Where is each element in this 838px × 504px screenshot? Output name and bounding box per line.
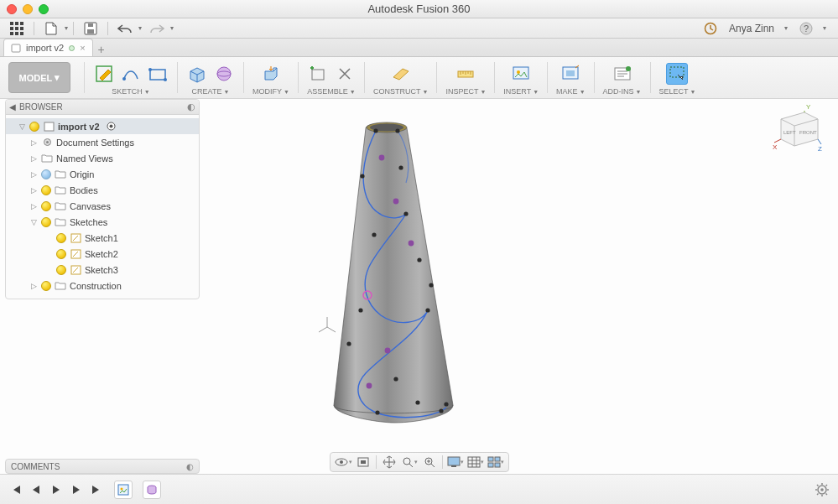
folder-icon (55, 217, 66, 227)
help-caret-icon[interactable]: ▾ (823, 24, 826, 32)
expander-icon[interactable]: ▷ (29, 138, 38, 147)
fit-button[interactable] (420, 454, 439, 470)
svg-line-81 (431, 464, 435, 467)
3d-print-icon[interactable] (560, 63, 581, 85)
redo-button[interactable] (145, 20, 169, 37)
svg-point-93 (820, 488, 824, 491)
redo-caret-icon[interactable]: ▾ (170, 24, 174, 32)
user-menu-caret-icon[interactable]: ▾ (784, 24, 788, 32)
visibility-bulb-icon[interactable] (56, 265, 66, 275)
collapse-browser-icon[interactable]: ◀ (9, 102, 16, 112)
visibility-bulb-icon[interactable] (56, 233, 66, 243)
tree-item-construction[interactable]: ▷ Construction (6, 278, 199, 294)
document-tab[interactable]: import v2 × (3, 39, 93, 56)
timeline-settings-button[interactable] (815, 482, 830, 497)
tree-item-named-views[interactable]: ▷ Named Views (6, 150, 199, 166)
look-at-button[interactable] (354, 454, 372, 470)
new-component-icon[interactable] (307, 63, 329, 85)
timeline-feature-sketch[interactable] (114, 481, 133, 499)
visibility-bulb-icon[interactable] (41, 169, 51, 179)
ribbon-label-sketch[interactable]: SKETCH▼ (112, 87, 149, 96)
workspace-switcher[interactable]: MODEL ▾ (8, 62, 70, 93)
user-name[interactable]: Anya Zinn (729, 23, 774, 34)
select-tool-icon[interactable] (666, 63, 688, 85)
close-tab-button[interactable]: × (80, 43, 85, 53)
timeline-start-button[interactable] (8, 482, 23, 497)
pan-button[interactable] (380, 454, 398, 470)
visibility-bulb-icon[interactable] (41, 217, 51, 227)
timeline-play-button[interactable] (49, 482, 64, 497)
expander-icon[interactable]: ▽ (18, 122, 26, 131)
expander-icon[interactable]: ▽ (29, 218, 38, 226)
insert-derive-icon[interactable] (510, 63, 532, 85)
grid-settings-button[interactable]: ▾ (466, 454, 485, 470)
help-button[interactable]: ? (799, 22, 813, 35)
visibility-bulb-icon[interactable] (29, 122, 39, 132)
zoom-button[interactable]: ▾ (400, 454, 419, 470)
tree-item-sketch2[interactable]: Sketch2 (6, 246, 199, 262)
svg-rect-86 (495, 457, 500, 461)
svg-line-98 (817, 485, 819, 486)
tree-item-origin[interactable]: ▷ Origin (6, 166, 199, 182)
press-pull-icon[interactable] (260, 63, 282, 85)
expander-icon[interactable]: ▷ (29, 202, 38, 210)
new-tab-button[interactable]: + (93, 43, 110, 56)
visibility-bulb-icon[interactable] (56, 249, 66, 259)
file-menu-button[interactable] (39, 20, 63, 37)
tree-label: Sketch3 (85, 265, 118, 275)
expander-icon[interactable]: ▷ (29, 154, 38, 163)
tree-item-sketch3[interactable]: Sketch3 (6, 262, 199, 278)
line-tool-icon[interactable] (120, 63, 142, 85)
visibility-bulb-icon[interactable] (41, 185, 51, 195)
comments-expand-icon[interactable]: ◐ (186, 462, 194, 471)
orbit-button[interactable]: ▾ (334, 454, 352, 470)
tree-item-bodies[interactable]: ▷ Bodies (6, 182, 199, 198)
svg-line-65 (327, 327, 336, 332)
svg-line-101 (826, 485, 828, 486)
job-status-icon[interactable] (704, 22, 717, 35)
browser-header[interactable]: ◀ BROWSER ◐ (6, 100, 199, 115)
viewcube[interactable]: Y LEFT FRONT X Z (773, 102, 823, 153)
viewport-3d[interactable] (201, 84, 638, 453)
display-settings-button[interactable]: ▾ (446, 454, 465, 470)
unsaved-dot-icon (69, 45, 75, 51)
comments-panel[interactable]: COMMENTS ◐ (5, 459, 200, 474)
tree-item-sketch1[interactable]: Sketch1 (6, 230, 199, 246)
tree-item-canvases[interactable]: ▷ Canvases (6, 198, 199, 214)
file-menu-caret-icon[interactable]: ▾ (65, 24, 68, 32)
tree-item-sketches[interactable]: ▽ Sketches (6, 214, 199, 230)
expander-icon[interactable]: ▷ (29, 186, 38, 195)
svg-rect-4 (15, 27, 18, 30)
svg-line-99 (826, 493, 828, 495)
radio-icon[interactable] (107, 122, 116, 131)
tree-label: Canvases (70, 201, 111, 211)
browser-options-icon[interactable]: ◐ (187, 101, 195, 112)
grid-menu-button[interactable] (5, 20, 29, 37)
expander-icon[interactable]: ▷ (29, 282, 38, 290)
tree-root[interactable]: ▽ import v2 (6, 118, 199, 134)
visibility-bulb-icon[interactable] (41, 201, 51, 211)
box-icon[interactable] (186, 63, 208, 85)
timeline-end-button[interactable] (89, 482, 104, 497)
create-sketch-icon[interactable] (93, 63, 115, 85)
app-title: Autodesk Fusion 360 (0, 3, 838, 15)
sphere-icon[interactable] (213, 63, 235, 85)
expander-icon[interactable]: ▷ (29, 170, 38, 179)
ribbon-label-select[interactable]: SELECT▼ (659, 87, 696, 96)
joint-icon[interactable] (334, 63, 356, 85)
rectangle-tool-icon[interactable] (147, 63, 169, 85)
timeline-prev-button[interactable] (29, 482, 44, 497)
tree-item-document-settings[interactable]: ▷ Document Settings (6, 134, 199, 150)
timeline-feature-body[interactable] (143, 481, 161, 499)
measure-icon[interactable] (455, 63, 476, 85)
viewport-layout-button[interactable]: ▾ (487, 454, 505, 470)
save-button[interactable] (79, 20, 102, 37)
folder-icon (55, 281, 66, 291)
timeline-next-button[interactable] (69, 482, 84, 497)
undo-caret-icon[interactable]: ▾ (138, 24, 142, 32)
visibility-bulb-icon[interactable] (41, 281, 51, 291)
undo-button[interactable] (113, 20, 137, 37)
addins-icon[interactable] (612, 63, 633, 85)
construct-plane-icon[interactable] (390, 63, 412, 85)
svg-point-48 (417, 257, 421, 262)
